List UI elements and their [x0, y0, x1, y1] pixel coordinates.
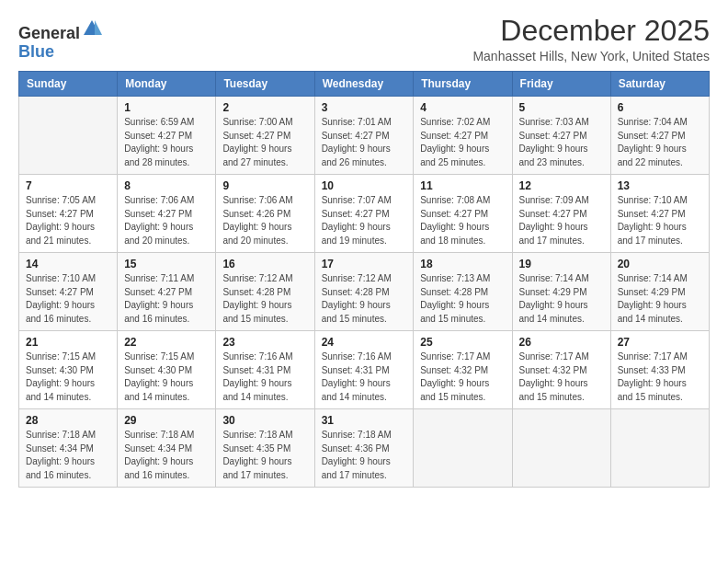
day-cell: 15Sunrise: 7:11 AMSunset: 4:27 PMDayligh…: [118, 253, 216, 331]
day-info: Sunrise: 7:18 AMSunset: 4:34 PMDaylight:…: [26, 429, 110, 482]
calendar-body: 1Sunrise: 6:59 AMSunset: 4:27 PMDaylight…: [19, 97, 710, 488]
day-number: 1: [124, 101, 209, 114]
day-number: 5: [519, 101, 604, 114]
day-number: 9: [222, 179, 307, 192]
day-number: 11: [420, 179, 505, 192]
day-cell: 8Sunrise: 7:06 AMSunset: 4:27 PMDaylight…: [118, 175, 216, 253]
day-info: Sunrise: 7:17 AMSunset: 4:32 PMDaylight:…: [420, 350, 505, 404]
day-cell: 6Sunrise: 7:04 AMSunset: 4:27 PMDaylight…: [610, 97, 709, 175]
day-info: Sunrise: 7:17 AMSunset: 4:33 PMDaylight:…: [618, 350, 702, 404]
day-cell: 21Sunrise: 7:15 AMSunset: 4:30 PMDayligh…: [19, 331, 118, 409]
day-info: Sunrise: 7:03 AMSunset: 4:27 PMDaylight:…: [519, 116, 604, 169]
day-cell: 24Sunrise: 7:16 AMSunset: 4:31 PMDayligh…: [314, 331, 414, 409]
day-cell: 22Sunrise: 7:15 AMSunset: 4:30 PMDayligh…: [118, 331, 216, 409]
week-row-4: 21Sunrise: 7:15 AMSunset: 4:30 PMDayligh…: [19, 331, 710, 409]
day-number: 12: [519, 179, 604, 192]
day-info: Sunrise: 7:06 AMSunset: 4:26 PMDaylight:…: [222, 194, 307, 247]
header-monday: Monday: [118, 72, 216, 97]
day-number: 17: [322, 258, 407, 270]
day-info: Sunrise: 7:15 AMSunset: 4:30 PMDaylight:…: [26, 350, 110, 404]
day-info: Sunrise: 7:14 AMSunset: 4:29 PMDaylight:…: [618, 272, 702, 326]
day-cell: 12Sunrise: 7:09 AMSunset: 4:27 PMDayligh…: [512, 175, 610, 253]
week-row-1: 1Sunrise: 6:59 AMSunset: 4:27 PMDaylight…: [19, 97, 710, 175]
day-cell: 9Sunrise: 7:06 AMSunset: 4:26 PMDaylight…: [216, 175, 314, 253]
day-info: Sunrise: 7:08 AMSunset: 4:27 PMDaylight:…: [420, 194, 505, 247]
header-sunday: Sunday: [19, 72, 118, 97]
day-cell: 25Sunrise: 7:17 AMSunset: 4:32 PMDayligh…: [414, 331, 512, 409]
day-info: Sunrise: 7:02 AMSunset: 4:27 PMDaylight:…: [420, 116, 505, 169]
day-number: 21: [26, 336, 110, 349]
day-number: 31: [322, 414, 407, 427]
day-info: Sunrise: 7:04 AMSunset: 4:27 PMDaylight:…: [618, 116, 702, 169]
day-cell: 19Sunrise: 7:14 AMSunset: 4:29 PMDayligh…: [512, 253, 610, 331]
day-cell: 27Sunrise: 7:17 AMSunset: 4:33 PMDayligh…: [610, 331, 709, 409]
day-info: Sunrise: 7:09 AMSunset: 4:27 PMDaylight:…: [519, 194, 604, 247]
day-number: 30: [222, 414, 307, 427]
day-number: 3: [322, 101, 407, 114]
day-cell: 30Sunrise: 7:18 AMSunset: 4:35 PMDayligh…: [216, 409, 314, 488]
day-info: Sunrise: 7:18 AMSunset: 4:36 PMDaylight:…: [322, 429, 407, 482]
day-cell: 29Sunrise: 7:18 AMSunset: 4:34 PMDayligh…: [118, 409, 216, 488]
day-cell: 2Sunrise: 7:00 AMSunset: 4:27 PMDaylight…: [216, 97, 314, 175]
header-saturday: Saturday: [610, 72, 709, 97]
day-cell: 4Sunrise: 7:02 AMSunset: 4:27 PMDaylight…: [414, 97, 512, 175]
day-info: Sunrise: 7:10 AMSunset: 4:27 PMDaylight:…: [618, 194, 702, 247]
day-cell: 11Sunrise: 7:08 AMSunset: 4:27 PMDayligh…: [414, 175, 512, 253]
day-info: Sunrise: 7:14 AMSunset: 4:29 PMDaylight:…: [519, 272, 604, 326]
title-block: December 2025 Manhasset Hills, New York,…: [472, 15, 710, 63]
logo-general-text: General: [18, 24, 80, 42]
logo-icon: [82, 18, 102, 39]
day-number: 2: [222, 101, 307, 114]
calendar-table: SundayMondayTuesdayWednesdayThursdayFrid…: [18, 71, 710, 488]
day-cell: 23Sunrise: 7:16 AMSunset: 4:31 PMDayligh…: [216, 331, 314, 409]
day-cell: 16Sunrise: 7:12 AMSunset: 4:28 PMDayligh…: [216, 253, 314, 331]
day-cell: 31Sunrise: 7:18 AMSunset: 4:36 PMDayligh…: [314, 409, 414, 488]
day-number: 27: [618, 336, 702, 349]
day-cell: 20Sunrise: 7:14 AMSunset: 4:29 PMDayligh…: [610, 253, 709, 331]
day-info: Sunrise: 7:12 AMSunset: 4:28 PMDaylight:…: [222, 272, 307, 326]
day-info: Sunrise: 7:16 AMSunset: 4:31 PMDaylight:…: [222, 350, 307, 404]
day-cell: 17Sunrise: 7:12 AMSunset: 4:28 PMDayligh…: [314, 253, 414, 331]
logo: General Blue: [18, 18, 102, 62]
day-number: 4: [420, 101, 505, 114]
day-number: 10: [322, 179, 407, 192]
day-number: 14: [26, 258, 110, 270]
day-number: 26: [519, 336, 604, 349]
day-cell: 3Sunrise: 7:01 AMSunset: 4:27 PMDaylight…: [314, 97, 414, 175]
day-number: 22: [124, 336, 209, 349]
calendar-header-row: SundayMondayTuesdayWednesdayThursdayFrid…: [19, 72, 710, 97]
day-info: Sunrise: 7:00 AMSunset: 4:27 PMDaylight:…: [222, 116, 307, 169]
day-cell: 7Sunrise: 7:05 AMSunset: 4:27 PMDaylight…: [19, 175, 118, 253]
day-cell: 10Sunrise: 7:07 AMSunset: 4:27 PMDayligh…: [314, 175, 414, 253]
day-cell: 1Sunrise: 6:59 AMSunset: 4:27 PMDaylight…: [118, 97, 216, 175]
day-info: Sunrise: 7:05 AMSunset: 4:27 PMDaylight:…: [26, 194, 110, 247]
day-info: Sunrise: 7:15 AMSunset: 4:30 PMDaylight:…: [124, 350, 209, 404]
day-info: Sunrise: 7:18 AMSunset: 4:34 PMDaylight:…: [124, 429, 209, 482]
day-info: Sunrise: 7:11 AMSunset: 4:27 PMDaylight:…: [124, 272, 209, 326]
header-thursday: Thursday: [414, 72, 512, 97]
day-info: Sunrise: 6:59 AMSunset: 4:27 PMDaylight:…: [124, 116, 209, 169]
day-number: 13: [618, 179, 702, 192]
day-cell: [414, 409, 512, 488]
subtitle: Manhasset Hills, New York, United States: [472, 49, 710, 63]
day-number: 7: [26, 179, 110, 192]
day-info: Sunrise: 7:16 AMSunset: 4:31 PMDaylight:…: [322, 350, 407, 404]
day-cell: 5Sunrise: 7:03 AMSunset: 4:27 PMDaylight…: [512, 97, 610, 175]
week-row-5: 28Sunrise: 7:18 AMSunset: 4:34 PMDayligh…: [19, 409, 710, 488]
day-number: 23: [222, 336, 307, 349]
day-number: 19: [519, 258, 604, 270]
day-number: 16: [222, 258, 307, 270]
day-number: 18: [420, 258, 505, 270]
svg-marker-1: [95, 20, 102, 35]
header-friday: Friday: [512, 72, 610, 97]
day-info: Sunrise: 7:13 AMSunset: 4:28 PMDaylight:…: [420, 272, 505, 326]
week-row-3: 14Sunrise: 7:10 AMSunset: 4:27 PMDayligh…: [19, 253, 710, 331]
header-wednesday: Wednesday: [314, 72, 414, 97]
header-tuesday: Tuesday: [216, 72, 314, 97]
day-cell: 26Sunrise: 7:17 AMSunset: 4:32 PMDayligh…: [512, 331, 610, 409]
week-row-2: 7Sunrise: 7:05 AMSunset: 4:27 PMDaylight…: [19, 175, 710, 253]
day-info: Sunrise: 7:17 AMSunset: 4:32 PMDaylight:…: [519, 350, 604, 404]
day-cell: [610, 409, 709, 488]
day-cell: 13Sunrise: 7:10 AMSunset: 4:27 PMDayligh…: [610, 175, 709, 253]
day-number: 15: [124, 258, 209, 270]
